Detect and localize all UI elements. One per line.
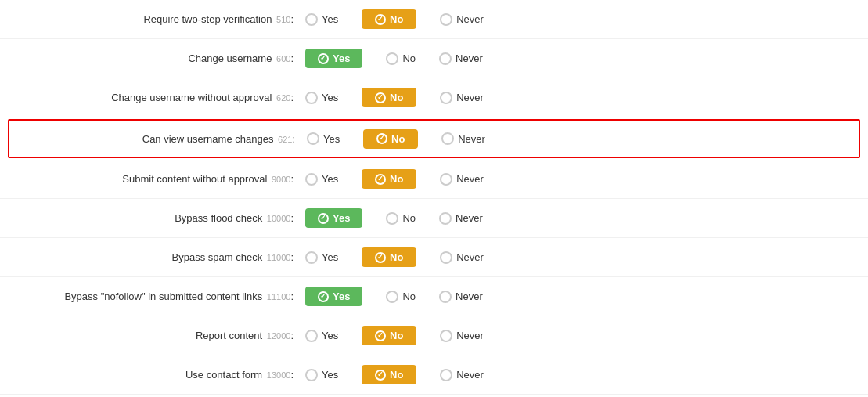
permission-num-bypass-spam-check: 11000 bbox=[267, 253, 291, 262]
option-group-bypass-nofollow: Yes No Never bbox=[305, 287, 483, 306]
radio-circle-never-bypass-nofollow[interactable] bbox=[439, 291, 452, 303]
option-group-submit-content-without-approval: Yes No Never bbox=[305, 169, 484, 189]
permission-label-change-username: Change username 600: bbox=[16, 52, 305, 64]
permission-label-report-content: Report content 12000: bbox=[16, 330, 305, 341]
yes-option-bypass-nofollow[interactable]: Yes bbox=[305, 287, 362, 306]
yes-label-use-contact-form: Yes bbox=[322, 369, 338, 381]
radio-circle-yes-use-contact-form[interactable] bbox=[305, 369, 318, 381]
never-option-change-username[interactable]: Never bbox=[439, 52, 483, 65]
option-group-require-two-step: Yes No Never bbox=[305, 9, 484, 29]
radio-circle-no-bypass-nofollow[interactable] bbox=[386, 291, 398, 303]
yes-option-change-username-without-approval[interactable]: Yes bbox=[305, 92, 338, 104]
radio-circle-never-bypass-flood-check[interactable] bbox=[439, 212, 452, 225]
no-option-can-view-username-changes[interactable]: No bbox=[363, 129, 418, 149]
check-icon bbox=[375, 252, 386, 263]
radio-circle-never-submit-content-without-approval[interactable] bbox=[440, 173, 452, 186]
yes-label-submit-content-without-approval: Yes bbox=[322, 173, 338, 185]
radio-circle-never-require-two-step[interactable] bbox=[440, 13, 452, 26]
no-option-change-username[interactable]: No bbox=[386, 52, 416, 65]
check-icon bbox=[375, 330, 386, 341]
permission-label-change-username-without-approval: Change username without approval 620: bbox=[16, 92, 305, 103]
never-option-change-username-without-approval[interactable]: Never bbox=[440, 92, 484, 104]
permission-row-bypass-nofollow: Bypass "nofollow" in submitted content l… bbox=[0, 277, 868, 316]
radio-circle-yes-can-view-username-changes[interactable] bbox=[307, 132, 319, 145]
never-option-submit-content-without-approval[interactable]: Never bbox=[440, 173, 484, 186]
permission-num-require-two-step: 510 bbox=[276, 15, 290, 24]
option-group-report-content: Yes No Never bbox=[305, 326, 484, 345]
radio-circle-yes-require-two-step[interactable] bbox=[305, 13, 318, 26]
never-label-report-content: Never bbox=[456, 330, 484, 341]
radio-circle-never-change-username[interactable] bbox=[439, 52, 452, 65]
yes-option-report-content[interactable]: Yes bbox=[305, 330, 338, 342]
permission-row-submit-content-without-approval: Submit content without approval 9000: Ye… bbox=[0, 160, 868, 199]
check-icon bbox=[375, 174, 386, 185]
no-label-can-view-username-changes: No bbox=[391, 133, 405, 145]
no-button-report-content[interactable]: No bbox=[362, 326, 416, 345]
never-option-can-view-username-changes[interactable]: Never bbox=[441, 132, 485, 145]
permission-num-use-contact-form: 13000 bbox=[267, 370, 291, 380]
permission-label-can-view-username-changes: Can view username changes 621: bbox=[17, 133, 307, 145]
yes-button-change-username[interactable]: Yes bbox=[305, 49, 362, 68]
permission-num-bypass-nofollow: 11100 bbox=[267, 292, 291, 301]
yes-option-submit-content-without-approval[interactable]: Yes bbox=[305, 173, 338, 186]
never-label-change-username-without-approval: Never bbox=[456, 92, 484, 103]
never-option-bypass-nofollow[interactable]: Never bbox=[439, 291, 483, 303]
no-button-bypass-spam-check[interactable]: No bbox=[362, 247, 416, 267]
yes-option-can-view-username-changes[interactable]: Yes bbox=[307, 132, 340, 145]
radio-circle-no-change-username[interactable] bbox=[386, 52, 398, 65]
radio-circle-yes-change-username-without-approval[interactable] bbox=[305, 92, 318, 104]
no-button-submit-content-without-approval[interactable]: No bbox=[362, 169, 416, 189]
no-label-bypass-flood-check: No bbox=[402, 212, 416, 224]
permission-row-require-two-step: Require two-step verification 510: Yes N… bbox=[0, 0, 868, 39]
no-option-report-content[interactable]: No bbox=[362, 326, 416, 345]
no-option-bypass-nofollow[interactable]: No bbox=[386, 291, 416, 303]
option-group-bypass-flood-check: Yes No Never bbox=[305, 208, 483, 228]
no-button-require-two-step[interactable]: No bbox=[362, 9, 416, 29]
radio-circle-yes-report-content[interactable] bbox=[305, 330, 318, 342]
yes-button-bypass-nofollow[interactable]: Yes bbox=[305, 287, 362, 306]
check-icon bbox=[318, 213, 329, 224]
permission-num-bypass-flood-check: 10000 bbox=[267, 214, 291, 223]
no-option-require-two-step[interactable]: No bbox=[362, 9, 416, 29]
never-option-bypass-spam-check[interactable]: Never bbox=[440, 251, 484, 264]
yes-option-bypass-flood-check[interactable]: Yes bbox=[305, 208, 362, 228]
never-label-bypass-nofollow: Never bbox=[456, 291, 483, 302]
never-label-submit-content-without-approval: Never bbox=[456, 173, 484, 185]
no-option-submit-content-without-approval[interactable]: No bbox=[362, 169, 416, 189]
radio-circle-never-use-contact-form[interactable] bbox=[440, 369, 452, 381]
never-option-require-two-step[interactable]: Never bbox=[440, 13, 484, 26]
no-option-change-username-without-approval[interactable]: No bbox=[362, 88, 416, 107]
no-option-bypass-flood-check[interactable]: No bbox=[386, 212, 416, 225]
radio-circle-never-can-view-username-changes[interactable] bbox=[441, 132, 454, 145]
no-button-change-username-without-approval[interactable]: No bbox=[362, 88, 416, 107]
yes-button-bypass-flood-check[interactable]: Yes bbox=[305, 208, 362, 228]
permission-row-use-contact-form: Use contact form 13000: Yes No Never bbox=[0, 355, 868, 395]
yes-option-bypass-spam-check[interactable]: Yes bbox=[305, 251, 338, 264]
option-group-can-view-username-changes: Yes No Never bbox=[307, 129, 485, 149]
permission-row-report-content: Report content 12000: Yes No Never bbox=[0, 316, 868, 355]
permissions-container: Require two-step verification 510: Yes N… bbox=[0, 0, 868, 397]
no-option-bypass-spam-check[interactable]: No bbox=[362, 247, 416, 267]
permission-row-can-view-username-changes: Can view username changes 621: Yes No Ne… bbox=[8, 119, 860, 158]
radio-circle-never-bypass-spam-check[interactable] bbox=[440, 251, 452, 264]
permission-label-use-contact-form: Use contact form 13000: bbox=[16, 369, 305, 381]
yes-option-use-contact-form[interactable]: Yes bbox=[305, 369, 338, 381]
never-option-bypass-flood-check[interactable]: Never bbox=[439, 212, 483, 225]
yes-option-require-two-step[interactable]: Yes bbox=[305, 13, 338, 26]
radio-circle-yes-submit-content-without-approval[interactable] bbox=[305, 173, 318, 186]
radio-circle-yes-bypass-spam-check[interactable] bbox=[305, 251, 318, 264]
radio-circle-never-change-username-without-approval[interactable] bbox=[440, 92, 452, 104]
check-icon bbox=[375, 370, 386, 381]
radio-circle-never-report-content[interactable] bbox=[440, 330, 452, 342]
no-label-bypass-spam-check: No bbox=[390, 251, 403, 263]
yes-option-change-username[interactable]: Yes bbox=[305, 49, 362, 68]
never-label-bypass-flood-check: Never bbox=[456, 212, 483, 224]
no-button-use-contact-form[interactable]: No bbox=[362, 365, 416, 384]
permission-num-change-username-without-approval: 620 bbox=[276, 93, 290, 103]
check-icon bbox=[376, 133, 387, 144]
no-option-use-contact-form[interactable]: No bbox=[362, 365, 416, 384]
never-option-use-contact-form[interactable]: Never bbox=[440, 369, 484, 381]
no-button-can-view-username-changes[interactable]: No bbox=[363, 129, 418, 149]
radio-circle-no-bypass-flood-check[interactable] bbox=[386, 212, 398, 225]
never-option-report-content[interactable]: Never bbox=[440, 330, 484, 342]
